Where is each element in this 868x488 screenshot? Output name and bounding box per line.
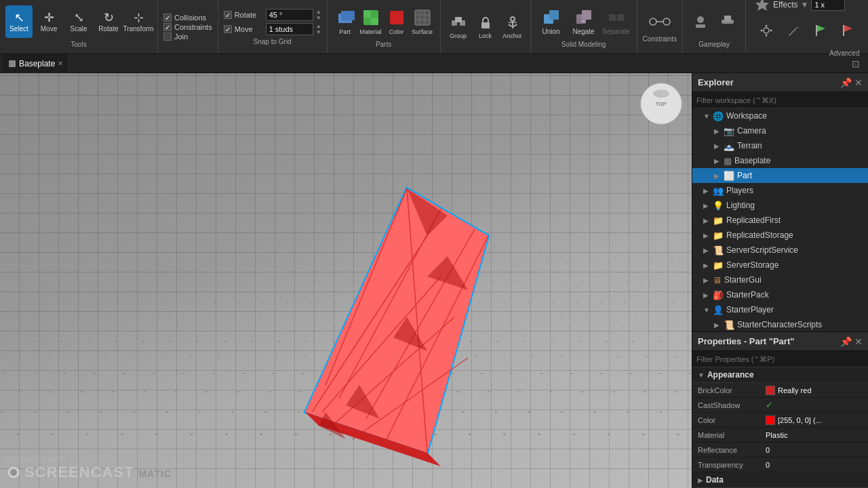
nav-cube[interactable]: TOP (637, 80, 685, 127)
svg-rect-39 (816, 25, 817, 36)
part-btn[interactable]: Part (333, 5, 357, 38)
svg-marker-45 (305, 188, 488, 453)
material-btn[interactable]: Material (359, 5, 383, 38)
move-tool[interactable]: ✛ Move (35, 5, 62, 38)
tree-expand-arrow[interactable]: ▶ (703, 277, 710, 284)
tree-item-players[interactable]: ▶👥Players (692, 183, 868, 198)
tabbar: Baseplate ✕ ⊡ (0, 54, 868, 73)
right-panel: Explorer 📌 ✕ ▼🌐Workspace▶📷Camera▶🗻Terrai… (692, 73, 868, 488)
effects-dropdown-arrow[interactable]: ▼ (801, 0, 809, 9)
move-arrows: ▲ ▼ (316, 23, 321, 35)
explorer-close-btn[interactable]: ✕ (854, 77, 863, 88)
advanced-btn4[interactable] (835, 14, 860, 47)
tree-item-startercharacterscripts[interactable]: ▶📜StarterCharacterScripts (692, 317, 868, 331)
viewport[interactable]: TOP RECORDED WITH SCREENCAST MATIC (0, 73, 692, 488)
tree-item-serverscriptservice[interactable]: ▶📜ServerScriptService (692, 243, 868, 258)
properties-close-btn[interactable]: ✕ (854, 336, 863, 347)
svg-rect-43 (9, 60, 16, 67)
rotate-up-arrow[interactable]: ▲ (316, 9, 321, 15)
tree-expand-arrow[interactable]: ▶ (714, 142, 721, 150)
tree-item-serverstorage[interactable]: ▶📁ServerStorage (692, 258, 868, 272)
tree-item-startergui[interactable]: ▶🖥StarterGui (692, 272, 868, 287)
separate-btn[interactable]: Separate (601, 5, 631, 38)
snap-group: Rotate ▲ ▼ Move ▲ ▼ (224, 9, 321, 35)
explorer-pin-btn[interactable]: 📌 (840, 77, 852, 88)
move-up-arrow[interactable]: ▲ (316, 23, 321, 29)
tree-item-replicatedstorage[interactable]: ▶📁ReplicatedStorage (692, 228, 868, 243)
anchor-btn[interactable]: Anchor (500, 11, 525, 43)
tree-item-lighting[interactable]: ▶💡Lighting (692, 198, 868, 213)
maximize-btn[interactable]: ⊡ (852, 58, 860, 69)
tree-item-part[interactable]: ▶⬜Part (692, 168, 868, 183)
tree-item-terrain[interactable]: ▶🗻Terrain (692, 138, 868, 153)
svg-point-26 (650, 18, 656, 25)
tree-expand-arrow[interactable]: ▶ (703, 202, 710, 209)
lock-btn[interactable]: Lock (473, 11, 498, 43)
tree-expand-arrow[interactable]: ▶ (714, 127, 721, 135)
move-value-input[interactable] (266, 23, 313, 35)
tree-item-camera[interactable]: ▶📷Camera (692, 123, 868, 138)
prop-row-castshadow: CastShadow✓ (692, 398, 868, 413)
svg-rect-3 (363, 10, 371, 18)
tree-item-replicatedfirst[interactable]: ▶📁ReplicatedFirst (692, 213, 868, 228)
3d-part[interactable] (292, 182, 495, 466)
prop-value-material[interactable]: Plastic (766, 431, 863, 439)
effects-value-input[interactable] (811, 0, 845, 11)
advanced-btn2[interactable] (781, 14, 806, 47)
rotate-down-arrow[interactable]: ▼ (316, 15, 321, 21)
rotate-value-input[interactable] (266, 9, 313, 21)
props-filter-input[interactable] (696, 355, 864, 363)
properties-title: Properties - Part "Part" (698, 336, 794, 346)
scale-tool[interactable]: ⤡ Scale (65, 5, 92, 38)
tree-item-workspace[interactable]: ▼🌐Workspace (692, 108, 868, 123)
prop-value-reflectance[interactable]: 0 (766, 446, 863, 454)
tree-expand-arrow[interactable]: ▶ (703, 247, 710, 254)
properties-header: Properties - Part "Part" 📌 ✕ (692, 332, 868, 351)
rotate-tool[interactable]: ↻ Rotate (95, 5, 122, 38)
prop-value-brickcolor[interactable]: Really red (766, 386, 863, 395)
union-btn[interactable]: Union (536, 5, 566, 38)
prop-value-color[interactable]: [255, 0, 0] (... (766, 415, 863, 425)
rotate-snap-label: Rotate (235, 11, 263, 19)
tree-expand-arrow[interactable]: ▶ (703, 291, 710, 299)
gameplay-btn2[interactable] (715, 5, 740, 38)
prop-value-castshadow[interactable]: ✓ (766, 400, 863, 410)
surface-btn[interactable]: Surface (410, 5, 435, 38)
negate-btn[interactable]: − Negate (569, 5, 599, 38)
tree-expand-arrow[interactable]: ▶ (703, 187, 710, 195)
tree-item-baseplate[interactable]: ▶▦Baseplate (692, 153, 868, 168)
camera-label: Camera (737, 126, 868, 136)
tree-expand-arrow[interactable]: ▼ (703, 306, 710, 314)
rotate-snap-cb[interactable] (224, 11, 232, 19)
advanced-btn3[interactable] (808, 14, 833, 47)
advanced-btn1[interactable] (754, 14, 778, 47)
tree-expand-arrow[interactable]: ▶ (703, 232, 710, 239)
color-btn[interactable]: Color (384, 5, 409, 38)
transform-tool[interactable]: ⊹ Transform (125, 5, 152, 38)
move-snap-cb[interactable] (224, 25, 232, 33)
svg-rect-6 (415, 10, 430, 25)
properties-pin-btn[interactable]: 📌 (840, 336, 852, 347)
tree-expand-arrow[interactable]: ▶ (714, 157, 721, 165)
props-section-appearance[interactable]: ▼Appearance (692, 367, 868, 383)
workspace-filter-input[interactable] (696, 96, 864, 104)
tree-expand-arrow[interactable]: ▶ (703, 262, 710, 269)
constraints-checkbox[interactable] (163, 23, 172, 31)
tree-item-starterpack[interactable]: ▶🎒StarterPack (692, 287, 868, 302)
tree-expand-arrow[interactable]: ▶ (703, 217, 710, 224)
baseplate-tab-close[interactable]: ✕ (58, 60, 63, 67)
tree-expand-arrow[interactable]: ▼ (703, 113, 710, 120)
move-down-arrow[interactable]: ▼ (316, 29, 321, 35)
props-section-data[interactable]: ▶Data (692, 472, 868, 488)
select-tool[interactable]: ↖ Select (5, 5, 33, 38)
tree-expand-arrow[interactable]: ▶ (714, 172, 721, 180)
baseplate-tab[interactable]: Baseplate ✕ (3, 54, 69, 73)
gameplay-btn1[interactable] (688, 5, 713, 38)
join-checkbox[interactable] (163, 33, 172, 41)
prop-value-transparency[interactable]: 0 (766, 461, 863, 469)
tree-expand-arrow[interactable]: ▶ (714, 321, 721, 329)
collisions-checkbox[interactable] (163, 14, 172, 22)
group-btn[interactable]: Group (446, 11, 471, 43)
prop-row-material: MaterialPlastic (692, 428, 868, 443)
tree-item-starterplayer[interactable]: ▼👤StarterPlayer (692, 302, 868, 317)
